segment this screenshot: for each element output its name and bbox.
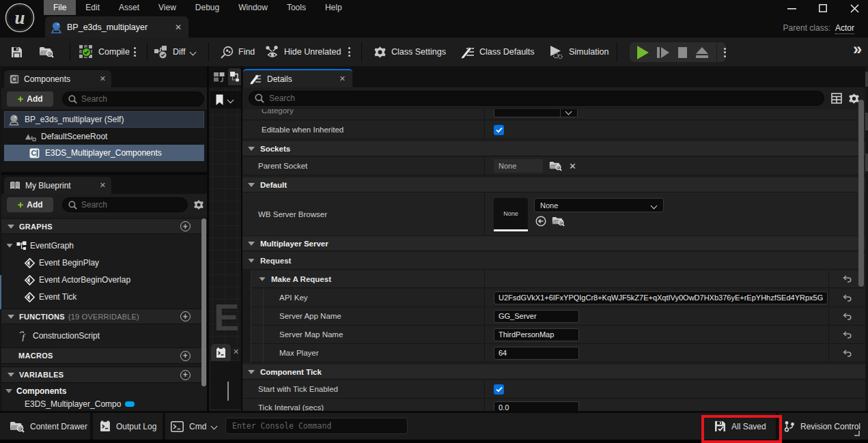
- server-app-name-input[interactable]: [494, 310, 579, 323]
- chevron-down-icon[interactable]: [228, 97, 234, 103]
- max-player-input[interactable]: [494, 347, 579, 360]
- add-macro-button[interactable]: +: [180, 351, 191, 361]
- server-map-name-input[interactable]: [494, 328, 579, 341]
- minimize-button[interactable]: [782, 0, 801, 16]
- components-search-input[interactable]: [81, 94, 198, 104]
- add-variable-button[interactable]: +: [180, 370, 191, 380]
- menu-debug[interactable]: Debug: [186, 0, 229, 15]
- functions-section-header[interactable]: FUNCTIONS (19 OVERRIDABLE) +: [1, 309, 207, 324]
- tree-row-multiplayer-components[interactable]: C E3DS_Multiplayer_Components: [4, 145, 204, 161]
- play-button[interactable]: [637, 46, 649, 59]
- menu-file[interactable]: File: [44, 0, 76, 15]
- variables-components-category[interactable]: Components: [1, 385, 199, 397]
- event-begin-play-row[interactable]: Event BeginPlay: [1, 255, 199, 270]
- construction-script-row[interactable]: f ConstructionScript: [1, 328, 199, 343]
- tick-interval-input[interactable]: [494, 401, 579, 412]
- reset-to-default-icon[interactable]: [843, 349, 852, 357]
- components-tab-close-icon[interactable]: ✕: [100, 74, 106, 83]
- make-a-request-row[interactable]: Make A Request: [242, 270, 865, 288]
- reset-to-default-icon[interactable]: [843, 331, 852, 339]
- my-blueprint-add-button[interactable]: + Add: [7, 197, 53, 212]
- tree-row-self[interactable]: BP_e3ds_multiplayer (Self): [4, 111, 204, 128]
- components-search[interactable]: [62, 91, 204, 106]
- editable-when-inherited-checkbox[interactable]: [494, 125, 504, 135]
- parent-socket-value-box[interactable]: None: [494, 159, 543, 173]
- blueprint-document-tab[interactable]: BP_e3ds_multiplayer ✕: [45, 16, 188, 38]
- macros-section-header[interactable]: MACROS +: [1, 347, 207, 364]
- browse-asset-button[interactable]: [39, 38, 54, 66]
- hide-unrelated-button[interactable]: Hide Unrelated: [266, 38, 341, 66]
- use-selected-asset-icon[interactable]: [535, 216, 546, 227]
- details-search[interactable]: [249, 91, 824, 106]
- frame-skip-button[interactable]: [657, 47, 669, 58]
- find-button[interactable]: Find: [221, 38, 255, 66]
- event-actor-begin-overlap-row[interactable]: Event ActorBeginOverlap: [1, 272, 199, 287]
- doc-tab-close-icon[interactable]: ✕: [175, 23, 182, 32]
- menu-window[interactable]: Window: [229, 0, 277, 15]
- my-blueprint-scrollbar[interactable]: [201, 218, 206, 386]
- event-tick-row[interactable]: Event Tick: [1, 289, 199, 304]
- add-graph-button[interactable]: +: [180, 221, 191, 231]
- details-tab-close-icon[interactable]: ✕: [339, 74, 346, 83]
- save-button[interactable]: [11, 38, 23, 66]
- default-section-header[interactable]: Default: [242, 177, 865, 192]
- compile-button[interactable]: Compile: [79, 38, 130, 66]
- class-defaults-button[interactable]: Class Defaults: [460, 38, 535, 66]
- start-with-tick-enabled-checkbox[interactable]: [494, 384, 504, 395]
- api-key-input[interactable]: [494, 291, 828, 304]
- diff-button[interactable]: Diff: [154, 38, 197, 66]
- bookmark-icon[interactable]: [215, 94, 224, 106]
- my-blueprint-settings-gear-icon[interactable]: [193, 199, 204, 210]
- menu-tools[interactable]: Tools: [277, 0, 316, 15]
- component-tick-section-header[interactable]: Component Tick: [242, 365, 865, 380]
- folder-search-icon[interactable]: [552, 216, 565, 227]
- tree-row-scene-root[interactable]: DefaultSceneRoot: [4, 128, 204, 145]
- folder-search-icon[interactable]: [549, 160, 562, 171]
- hide-unrelated-options-button[interactable]: [348, 38, 350, 66]
- cmd-button[interactable]: Cmd: [171, 413, 218, 440]
- menu-view[interactable]: View: [149, 0, 186, 15]
- category-dropdown[interactable]: [494, 109, 578, 117]
- menu-asset[interactable]: Asset: [109, 0, 149, 15]
- variables-section-header[interactable]: VARIABLES +: [1, 367, 207, 383]
- request-row[interactable]: Request: [242, 252, 865, 270]
- my-blueprint-tab-close-icon[interactable]: ✕: [100, 181, 106, 190]
- my-blueprint-search[interactable]: [62, 197, 188, 212]
- console-command-input[interactable]: [225, 418, 408, 434]
- wb-asset-thumbnail[interactable]: None: [494, 198, 528, 231]
- menu-help[interactable]: Help: [316, 0, 352, 15]
- revision-control-button[interactable]: Revision Control: [784, 413, 860, 440]
- wb-asset-dropdown[interactable]: None: [534, 198, 664, 212]
- stop-button[interactable]: [678, 47, 687, 58]
- component-variable-row[interactable]: E3DS_Multiplayer_Compo: [1, 398, 199, 410]
- sockets-section-header[interactable]: Sockets: [242, 141, 865, 156]
- simulation-button[interactable]: Simulation: [549, 38, 608, 66]
- add-function-button[interactable]: +: [180, 311, 191, 321]
- graphs-section-header[interactable]: GRAPHS +: [1, 218, 207, 234]
- output-log-button[interactable]: Output Log: [100, 413, 156, 440]
- eject-button[interactable]: [696, 47, 708, 58]
- reset-to-default-icon[interactable]: [843, 313, 852, 320]
- reset-to-default-icon[interactable]: [843, 275, 852, 283]
- event-graph-tab-icon[interactable]: [229, 71, 240, 83]
- menu-edit[interactable]: Edit: [76, 0, 109, 15]
- viewport-tab-icon[interactable]: [214, 72, 226, 83]
- compile-options-button[interactable]: [134, 38, 136, 66]
- my-blueprint-search-input[interactable]: [81, 200, 182, 210]
- class-settings-button[interactable]: Class Settings: [374, 38, 446, 66]
- graph-drawer-close-icon[interactable]: ✕: [233, 347, 239, 356]
- close-button[interactable]: [845, 0, 864, 16]
- details-scrollbar[interactable]: [858, 100, 864, 287]
- left-sidebar-active-tab[interactable]: [0, 275, 1, 309]
- my-blueprint-tab[interactable]: My Blueprint ✕: [4, 177, 111, 194]
- toolbar-overflow-button[interactable]: »: [853, 40, 862, 59]
- details-tab[interactable]: Details ✕: [243, 69, 352, 87]
- play-options-button[interactable]: [724, 48, 726, 57]
- multiplayer-server-section-header[interactable]: Multiplayer Server: [242, 236, 865, 251]
- details-search-input[interactable]: [269, 94, 818, 103]
- display-filter-grid-icon[interactable]: [831, 93, 842, 104]
- maximize-button[interactable]: [813, 0, 832, 16]
- graph-drawer-tab[interactable]: [211, 344, 231, 361]
- event-graph-row[interactable]: EventGraph: [1, 238, 199, 253]
- clear-socket-x-icon[interactable]: ✕: [569, 161, 576, 171]
